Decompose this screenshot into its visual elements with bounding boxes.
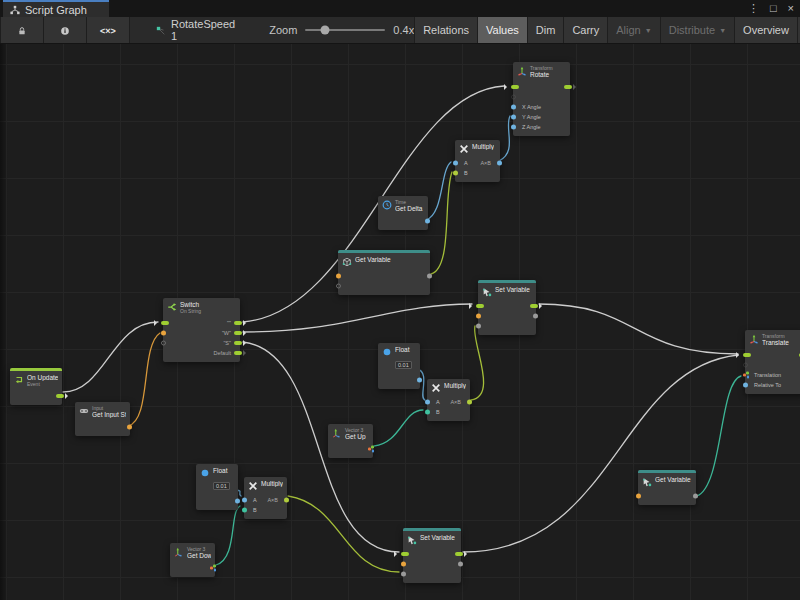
- node-get-variable-top[interactable]: Get Variable: [338, 250, 430, 295]
- dim-button[interactable]: Dim: [528, 17, 565, 43]
- port-flow[interactable]: [56, 394, 64, 398]
- group-button[interactable]: <×>: [87, 17, 130, 43]
- port-dot-orange[interactable]: [161, 331, 166, 336]
- port-dot-lime[interactable]: [284, 498, 289, 503]
- overview-button-label: Overview: [743, 24, 789, 36]
- node-multiply-bot[interactable]: MultiplyAA×BB: [244, 477, 287, 519]
- node-translate[interactable]: TransformTranslateTranslationRelative To: [745, 330, 800, 394]
- port-dot-blue[interactable]: [511, 125, 516, 130]
- port-dot-blue[interactable]: [453, 161, 458, 166]
- port-flow[interactable]: [234, 321, 242, 325]
- port-flow[interactable]: [511, 85, 519, 89]
- port-dot-blue[interactable]: [743, 383, 748, 388]
- port-dot-teal[interactable]: [242, 508, 247, 513]
- port-flow[interactable]: [455, 552, 463, 556]
- port-row: "W": [163, 328, 240, 338]
- port-dot-lime[interactable]: [467, 400, 472, 405]
- port-hollow[interactable]: [743, 363, 748, 368]
- port-dot-gray[interactable]: [693, 494, 698, 499]
- port-dot-teal[interactable]: [425, 410, 430, 415]
- port-hollow[interactable]: [161, 341, 166, 346]
- node-switch-on-string[interactable]: SwitchOn String"""W""S"Default: [163, 298, 240, 362]
- info-button[interactable]: [44, 17, 87, 43]
- maximize-button[interactable]: □: [770, 0, 777, 17]
- port-flow[interactable]: [161, 321, 169, 325]
- flow-arrow-icon: [394, 551, 400, 557]
- node-set-variable-bot[interactable]: Set Variable: [403, 528, 461, 583]
- value-field[interactable]: 0.01: [395, 361, 412, 369]
- node-title: Get Delta Time: [395, 205, 424, 212]
- port-dot-blue[interactable]: [425, 400, 430, 405]
- overview-button[interactable]: Overview: [735, 17, 798, 43]
- port-dot-blue[interactable]: [235, 499, 240, 504]
- graph-canvas[interactable]: On UpdateEventInputGet Input StringSwitc…: [0, 44, 800, 600]
- close-button[interactable]: ×: [788, 0, 794, 17]
- node-float-bot[interactable]: Float0.01: [196, 464, 238, 510]
- toolbar-right-group: RelationsValuesDimCarryAlign▼Distribute▼…: [414, 17, 800, 43]
- relations-button[interactable]: Relations: [414, 17, 478, 43]
- distribute-button[interactable]: Distribute▼: [661, 17, 735, 43]
- port-flow[interactable]: [564, 85, 572, 89]
- menu-button[interactable]: ⋮: [748, 0, 759, 17]
- port-row: [378, 375, 420, 385]
- node-set-variable-mid[interactable]: Set Variable: [478, 280, 536, 335]
- port-flow[interactable]: [476, 304, 484, 308]
- port-row: "S": [163, 338, 240, 348]
- tab-script-graph[interactable]: Script Graph: [3, 0, 109, 17]
- node-multiply-mid[interactable]: MultiplyAA×BB: [427, 379, 470, 421]
- port-dot-blue[interactable]: [417, 378, 422, 383]
- port-dot-orange[interactable]: [127, 425, 132, 430]
- port-dot-gray[interactable]: [476, 324, 481, 329]
- node-subtitle: On String: [180, 308, 201, 314]
- value-field[interactable]: 0.01: [213, 482, 230, 490]
- port-row: Translation: [745, 370, 800, 380]
- node-multiply-top[interactable]: MultiplyAA×BB: [455, 140, 500, 182]
- port-dot-orange[interactable]: [636, 494, 641, 499]
- port-flow[interactable]: [743, 353, 751, 357]
- node-get-delta-time[interactable]: TimeGet Delta Time: [378, 196, 428, 230]
- carry-button[interactable]: Carry: [564, 17, 608, 43]
- port-dots3[interactable]: [368, 446, 375, 453]
- port-flow[interactable]: [530, 304, 538, 308]
- switch-icon: [167, 302, 177, 312]
- lock-icon: [17, 26, 27, 36]
- port-row: [10, 391, 62, 401]
- lock-button[interactable]: [0, 17, 44, 43]
- port-flow[interactable]: [401, 552, 409, 556]
- values-button[interactable]: Values: [478, 17, 528, 43]
- node-float-mid[interactable]: Float0.01: [378, 343, 420, 389]
- port-dot-blue[interactable]: [242, 498, 247, 503]
- node-on-update[interactable]: On UpdateEvent: [10, 368, 62, 405]
- port-dot-gray[interactable]: [458, 562, 463, 567]
- port-hollow[interactable]: [511, 95, 516, 100]
- port-dot-orange[interactable]: [476, 314, 481, 319]
- port-dot-orange[interactable]: [336, 274, 341, 279]
- port-flow[interactable]: [234, 331, 242, 335]
- port-flow[interactable]: [234, 341, 242, 345]
- wire-teal-get-up-to-multiply-b: [374, 410, 423, 446]
- node-rotate[interactable]: TransformRotateX AngleY AngleZ Angle: [513, 62, 570, 136]
- port-dots3[interactable]: [743, 372, 750, 379]
- node-get-up[interactable]: Vector 3Get Up: [328, 424, 373, 458]
- port-dot-gray[interactable]: [427, 274, 432, 279]
- zoom-slider[interactable]: [305, 29, 385, 31]
- align-button[interactable]: Align▼: [608, 17, 660, 43]
- port-dot-blue[interactable]: [497, 161, 502, 166]
- port-dots3[interactable]: [210, 565, 217, 572]
- node-get-input-string[interactable]: InputGet Input String: [75, 402, 130, 436]
- port-dot-orange[interactable]: [401, 562, 406, 567]
- port-dot-gray[interactable]: [533, 314, 538, 319]
- port-dot-blue[interactable]: [425, 219, 430, 224]
- port-dot-gray[interactable]: [401, 572, 406, 577]
- node-get-down[interactable]: Vector 3Get Down: [170, 543, 215, 577]
- breadcrumb[interactable]: RotateSpeed 1: [156, 17, 235, 43]
- port-dot-blue[interactable]: [511, 115, 516, 120]
- port-dot-lime[interactable]: [453, 171, 458, 176]
- node-get-variable-bottom-right[interactable]: Get Variable: [638, 470, 696, 505]
- port-flow[interactable]: [234, 351, 242, 355]
- port-hollow[interactable]: [336, 284, 341, 289]
- flow-arrow-icon: [464, 551, 470, 557]
- zoom-slider-thumb[interactable]: [321, 26, 330, 35]
- port-dot-blue[interactable]: [511, 105, 516, 110]
- wire-flow-switch-w-to-set-variable-mid: [243, 304, 472, 332]
